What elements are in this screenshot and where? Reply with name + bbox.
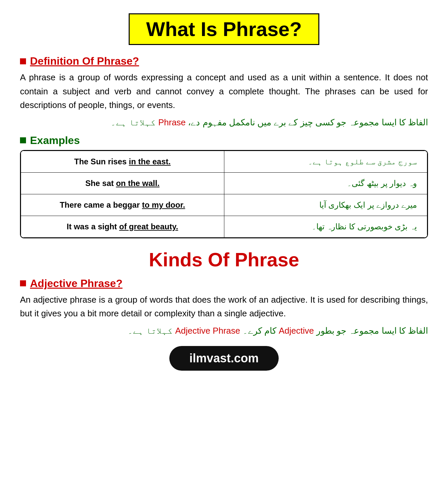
examples-table: The Sun rises in the east. سورج مشرق سے … (21, 151, 427, 238)
kinds-heading: Kinds Of Phrase (20, 248, 428, 271)
examples-section: Examples The Sun rises in the east. سورج… (20, 134, 428, 238)
adjective-heading-row: Adjective Phrase? (20, 277, 428, 290)
table-row: There came a beggar to my door. میرے درو… (21, 194, 427, 216)
examples-heading: Examples (30, 134, 80, 147)
english-sentence-2: She sat on the wall. (21, 172, 224, 194)
phrase-underline-4: of great beauty. (119, 222, 178, 231)
definition-body: A phrase is a group of words expressing … (20, 71, 428, 112)
phrase-underline-2: on the wall. (116, 179, 160, 188)
kinds-section: Kinds Of Phrase Adjective Phrase? An adj… (20, 248, 428, 336)
urdu-sentence-1: سورج مشرق سے طلوع ہوتا ہے۔ (224, 151, 427, 172)
english-sentence-4: It was a sight of great beauty. (21, 216, 224, 237)
definition-urdu: الفاظ کا ایسا مجموعہ جو کسی چیز کے برے م… (20, 117, 428, 128)
adjective-heading: Adjective Phrase? (30, 277, 122, 290)
examples-heading-row: Examples (20, 134, 428, 147)
adjective-phrase-section: Adjective Phrase? An adjective phrase is… (20, 277, 428, 336)
urdu-sentence-3: میرے دروازے پر ایک بھکاری آیا (224, 194, 427, 216)
english-sentence-1: The Sun rises in the east. (21, 151, 224, 172)
adjective-urdu: الفاظ کا ایسا مجموعہ جو بطور Adjective ک… (20, 326, 428, 336)
table-row: It was a sight of great beauty. یہ بڑی خ… (21, 216, 427, 237)
adjective-word-1: Adjective (279, 326, 314, 336)
phrase-word-red: Phrase (158, 117, 186, 127)
footer-badge: ilmvast.com (169, 346, 279, 371)
adjective-urdu-text: الفاظ کا ایسا مجموعہ جو بطور Adjective ک… (128, 326, 428, 336)
adjective-body: An adjective phrase is a group of words … (20, 293, 428, 321)
phrase-underline-1: in the east. (129, 157, 171, 166)
bullet-icon-red (20, 58, 26, 64)
adjective-word-2: Adjective Phrase (175, 326, 240, 336)
definition-urdu-text: الفاظ کا ایسا مجموعہ جو کسی چیز کے برے م… (111, 117, 428, 127)
urdu-sentence-2: وہ دیوار پر بیٹھ گئی۔ (224, 172, 427, 194)
examples-table-wrapper: The Sun rises in the east. سورج مشرق سے … (20, 150, 428, 238)
table-row: The Sun rises in the east. سورج مشرق سے … (21, 151, 427, 172)
page-title: What Is Phrase? (146, 18, 302, 40)
bullet-icon-green (20, 137, 26, 143)
title-box: What Is Phrase? (129, 13, 320, 45)
definition-section: Definition Of Phrase? A phrase is a grou… (20, 55, 428, 128)
definition-heading-row: Definition Of Phrase? (20, 55, 428, 67)
english-sentence-3: There came a beggar to my door. (21, 194, 224, 216)
adjective-bullet-icon (20, 280, 26, 286)
footer: ilmvast.com (20, 346, 428, 371)
urdu-sentence-4: یہ بڑی خوبصورتی کا نظارہ تھا۔ (224, 216, 427, 237)
header-section: What Is Phrase? (20, 13, 428, 45)
table-row: She sat on the wall. وہ دیوار پر بیٹھ گئ… (21, 172, 427, 194)
definition-heading: Definition Of Phrase? (30, 55, 139, 67)
phrase-underline-3: to my door. (142, 200, 185, 209)
